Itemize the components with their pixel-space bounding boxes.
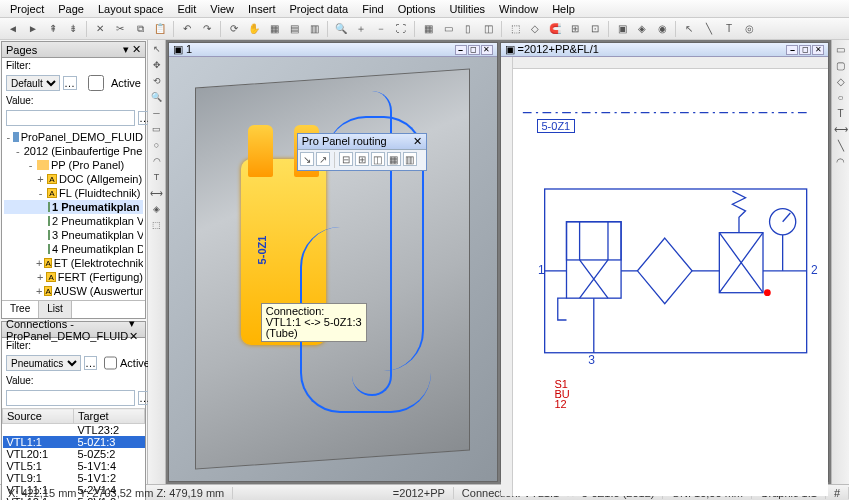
ortho-icon[interactable]: ◇ [526, 20, 544, 38]
zoom-window-icon[interactable]: 🔍 [332, 20, 350, 38]
page-up-icon[interactable]: ⇞ [44, 20, 62, 38]
pages-filter-active-checkbox[interactable] [84, 75, 108, 91]
doc2d-max-button[interactable]: ◻ [799, 45, 811, 55]
viewport-3d[interactable]: 5-0Z1 Connection: VTL1:1 <-> 5-0Z1:3 (Tu… [169, 57, 497, 481]
tool2-icon[interactable]: ▤ [285, 20, 303, 38]
menu-help[interactable]: Help [546, 1, 581, 17]
rtool-1-icon[interactable]: ▭ [834, 42, 848, 56]
layout2-icon[interactable]: ▯ [459, 20, 477, 38]
doc3d-max-button[interactable]: ◻ [468, 45, 480, 55]
tree-node[interactable]: +A ET (Elektrotechnik) [4, 256, 143, 270]
route-tool1-icon[interactable]: ↘ [300, 152, 314, 166]
redo-icon[interactable]: ↷ [198, 20, 216, 38]
rtool-4-icon[interactable]: ○ [834, 90, 848, 104]
rtool-5-icon[interactable]: T [834, 106, 848, 120]
text-icon[interactable]: T [720, 20, 738, 38]
tree-node[interactable]: - 2012 (Einbaufertige Pneumatik) [4, 144, 143, 158]
vtool-grp-icon[interactable]: ⬚ [150, 218, 164, 232]
cut-icon[interactable]: ✂ [111, 20, 129, 38]
conn-col-source[interactable]: Source [3, 409, 74, 424]
menu-options[interactable]: Options [392, 1, 442, 17]
macro3-icon[interactable]: ◉ [653, 20, 671, 38]
macro2-icon[interactable]: ◈ [633, 20, 651, 38]
paste-icon[interactable]: 📋 [151, 20, 169, 38]
tree-node[interactable]: +A AUSW (Auswertungen) [4, 284, 143, 298]
doc3d-close-button[interactable]: ✕ [481, 45, 493, 55]
magnet-icon[interactable]: 🧲 [546, 20, 564, 38]
undo-icon[interactable]: ↶ [178, 20, 196, 38]
vtool-cursor-icon[interactable]: ↖ [150, 42, 164, 56]
vtool-circle-icon[interactable]: ○ [150, 138, 164, 152]
conn-filter-select[interactable]: Pneumatics [6, 355, 81, 371]
pages-tree[interactable]: - ProPanel_DEMO_FLUID- 2012 (Einbauferti… [4, 130, 143, 298]
vtool-line-icon[interactable]: ─ [150, 106, 164, 120]
zoom-out-icon[interactable]: － [372, 20, 390, 38]
tree-node[interactable]: 4 Pneumatikplan Druckreglu [4, 242, 143, 256]
zoom-in-icon[interactable]: ＋ [352, 20, 370, 38]
route-tool4-icon[interactable]: ⊞ [355, 152, 369, 166]
layout-icon[interactable]: ▭ [439, 20, 457, 38]
rtool-2-icon[interactable]: ▢ [834, 58, 848, 72]
vtool-text-icon[interactable]: T [150, 170, 164, 184]
table-row[interactable]: VTL9:15-1V1:2 [3, 472, 145, 484]
rtool-7-icon[interactable]: ╲ [834, 138, 848, 152]
grid2-icon[interactable]: ⊞ [566, 20, 584, 38]
tree-node[interactable]: +A DOC (Allgemein) [4, 172, 143, 186]
pro-panel-routing-toolbar[interactable]: Pro Panel routing ✕ ↘ ↗ ⊟ ⊞ ◫ ▦ ▥ [297, 133, 427, 171]
route-tool2-icon[interactable]: ↗ [316, 152, 330, 166]
doc2d-min-button[interactable]: ‒ [786, 45, 798, 55]
snap-icon[interactable]: ⬚ [506, 20, 524, 38]
viewport-schematic[interactable]: 5-0Z1 [501, 57, 829, 496]
table-row[interactable]: VTL20:15-0Z5:2 [3, 448, 145, 460]
routing-popup-close-icon[interactable]: ✕ [413, 135, 422, 148]
pages-tab-list[interactable]: List [39, 301, 72, 318]
conn-filter-edit-button[interactable]: … [84, 356, 97, 370]
doc3d-min-button[interactable]: ‒ [455, 45, 467, 55]
copy-icon[interactable]: ⧉ [131, 20, 149, 38]
menu-find[interactable]: Find [356, 1, 389, 17]
unpin-icon[interactable]: ▾ ✕ [123, 43, 141, 56]
table-row[interactable]: VTL1:15-0Z1:3 [3, 436, 145, 448]
symbol-icon[interactable]: ◎ [740, 20, 758, 38]
vtool-arc-icon[interactable]: ◠ [150, 154, 164, 168]
route-tool5-icon[interactable]: ◫ [371, 152, 385, 166]
pan-icon[interactable]: ✋ [245, 20, 263, 38]
tree-node[interactable]: +A FERT (Fertigung) [4, 270, 143, 284]
menu-layout-space[interactable]: Layout space [92, 1, 169, 17]
pages-filter-select[interactable]: Default [6, 75, 60, 91]
menu-utilities[interactable]: Utilities [444, 1, 491, 17]
conn-value-input[interactable] [6, 390, 135, 406]
tree-node[interactable]: -A FL (Fluidtechnik) [4, 186, 143, 200]
grid-icon[interactable]: ▦ [419, 20, 437, 38]
rtool-3-icon[interactable]: ◇ [834, 74, 848, 88]
vtool-move-icon[interactable]: ✥ [150, 58, 164, 72]
select-icon[interactable]: ↖ [680, 20, 698, 38]
menu-window[interactable]: Window [493, 1, 544, 17]
menu-project-data[interactable]: Project data [284, 1, 355, 17]
tree-node[interactable]: - ProPanel_DEMO_FLUID [4, 130, 143, 144]
conn-col-target[interactable]: Target [74, 409, 145, 424]
pages-tab-tree[interactable]: Tree [2, 301, 39, 318]
route-tool3-icon[interactable]: ⊟ [339, 152, 353, 166]
filter-edit-button[interactable]: … [63, 76, 77, 90]
route-tool7-icon[interactable]: ▥ [403, 152, 417, 166]
menu-insert[interactable]: Insert [242, 1, 282, 17]
tool3-icon[interactable]: ▥ [305, 20, 323, 38]
conn-filter-active-checkbox[interactable] [104, 355, 117, 371]
tool-icon[interactable]: ▦ [265, 20, 283, 38]
tree-node[interactable]: 3 Pneumatikplan Ventilblock [4, 228, 143, 242]
line-icon[interactable]: ╲ [700, 20, 718, 38]
vtool-sym-icon[interactable]: ◈ [150, 202, 164, 216]
prev-icon[interactable]: ◄ [4, 20, 22, 38]
vtool-zoom-icon[interactable]: 🔍 [150, 90, 164, 104]
doc2d-close-button[interactable]: ✕ [812, 45, 824, 55]
menu-project[interactable]: Project [4, 1, 50, 17]
route-tool6-icon[interactable]: ▦ [387, 152, 401, 166]
macro-icon[interactable]: ▣ [613, 20, 631, 38]
menu-page[interactable]: Page [52, 1, 90, 17]
table-row[interactable]: VTL23:2 [3, 424, 145, 437]
next-icon[interactable]: ► [24, 20, 42, 38]
vtool-dim-icon[interactable]: ⟷ [150, 186, 164, 200]
table-row[interactable]: VTL5:15-1V1:4 [3, 460, 145, 472]
menu-view[interactable]: View [204, 1, 240, 17]
